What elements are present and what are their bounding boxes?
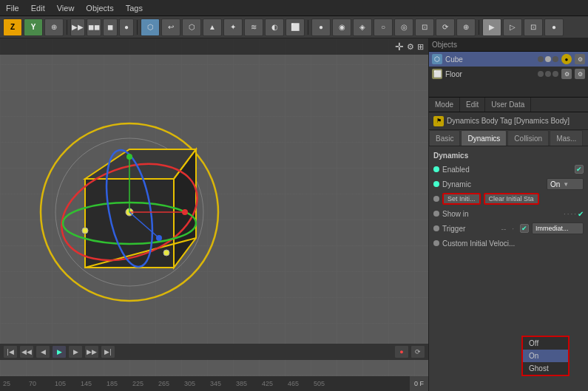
cube-options-btn[interactable]: ● bbox=[561, 54, 572, 64]
enabled-dot bbox=[433, 166, 439, 172]
dropdown-option-on[interactable]: On bbox=[523, 350, 568, 362]
tab-edit[interactable]: Edit bbox=[460, 98, 485, 112]
object-row-floor[interactable]: ⬜ Floor ⚙ ⚙ bbox=[429, 67, 588, 81]
inner-tabs: Basic Dynamics Collision Mas... bbox=[429, 130, 588, 146]
menu-edit[interactable]: Edit bbox=[25, 4, 51, 13]
toolbar-btn-5[interactable]: ● bbox=[311, 18, 331, 36]
tab-userdata[interactable]: User Data bbox=[485, 98, 531, 112]
floor-tag-btn[interactable]: ⚙ bbox=[561, 69, 572, 79]
play-btn[interactable]: ▶ bbox=[52, 345, 67, 358]
properties-title: ⚑ Dynamics Body Tag [Dynamics Body] bbox=[429, 112, 588, 130]
viewport-settings-icon[interactable]: ⚙ bbox=[407, 42, 414, 52]
toolbar-btn-z[interactable]: Z bbox=[3, 18, 22, 36]
main-layout: ✛ ⚙ ⊞ bbox=[0, 38, 588, 391]
cube-tag-btn[interactable]: ⚙ bbox=[575, 54, 585, 64]
toolbar-btn-1[interactable]: ▶▶ bbox=[70, 18, 85, 36]
tab-mode[interactable]: Mode bbox=[429, 98, 460, 112]
menu-file[interactable]: File bbox=[0, 4, 25, 13]
toolbar-btn-render2[interactable]: ▷ bbox=[503, 18, 522, 36]
trigger-label: Trigger bbox=[442, 225, 499, 233]
toolbar-btn-poly[interactable]: ⬡ bbox=[182, 18, 201, 36]
inner-tab-basic[interactable]: Basic bbox=[429, 130, 460, 146]
toolbar-btn-2[interactable]: ◼◼ bbox=[87, 18, 101, 36]
menu-objects[interactable]: Objects bbox=[80, 4, 119, 13]
ruler-265: 265 bbox=[158, 380, 184, 387]
custom-velocity-label: Custom Initial Veloci... bbox=[442, 239, 584, 248]
frame-indicator: 0 F bbox=[410, 376, 428, 391]
properties-title-text: Dynamics Body Tag [Dynamics Body] bbox=[447, 117, 570, 125]
floor-name: Floor bbox=[445, 70, 535, 78]
toolbar-btn-9[interactable]: ◎ bbox=[394, 18, 413, 36]
toolbar-btn-deform[interactable]: ✦ bbox=[223, 18, 243, 36]
loop-btn[interactable]: ⟳ bbox=[410, 345, 425, 358]
ruler-25: 25 bbox=[3, 380, 29, 387]
menu-tags[interactable]: Tags bbox=[120, 4, 149, 13]
toolbar-btn-3[interactable]: ◼ bbox=[103, 18, 118, 36]
set-initial-button[interactable]: Set Initi... bbox=[442, 193, 481, 205]
dynamic-dot bbox=[433, 181, 439, 187]
trigger-mode-value: Immediat... bbox=[535, 225, 569, 232]
toolbar-btn-camera[interactable]: ◐ bbox=[265, 18, 284, 36]
record-btn[interactable]: ● bbox=[394, 345, 409, 358]
show-in-row: Show in · · · · ✔ bbox=[429, 206, 588, 221]
trigger-dots: · bbox=[512, 225, 514, 233]
toolbar-btn-8[interactable]: ○ bbox=[374, 18, 393, 36]
cube-vis bbox=[538, 56, 558, 62]
toolbar-btn-anim[interactable]: ● bbox=[544, 18, 564, 36]
toolbar-btn-render3[interactable]: ⊡ bbox=[524, 18, 543, 36]
toolbar-btn-y[interactable]: Y bbox=[24, 18, 43, 36]
viewport-grid-icon[interactable]: ⊞ bbox=[417, 42, 424, 52]
toolbar-btn-render[interactable]: ▶ bbox=[482, 18, 501, 36]
play-prev-frame-btn[interactable]: ◀ bbox=[36, 345, 50, 358]
dynamic-dropdown[interactable]: On ▼ bbox=[547, 178, 584, 190]
clear-initial-button[interactable]: Clear Initial Sta bbox=[484, 193, 539, 205]
play-start-btn[interactable]: |◀ bbox=[3, 345, 18, 358]
toolbar-btn-light[interactable]: ⬜ bbox=[285, 18, 305, 36]
toolbar-btn-11[interactable]: ⟳ bbox=[436, 18, 455, 36]
svg-point-18 bbox=[156, 235, 162, 241]
show-in-d4: · bbox=[574, 210, 576, 218]
play-next-frame-btn[interactable]: ▶ bbox=[68, 345, 83, 358]
toolbar-btn-snap[interactable]: ⊕ bbox=[44, 18, 64, 36]
trigger-check[interactable]: ✔ bbox=[520, 224, 529, 233]
trigger-dot bbox=[433, 225, 439, 231]
object-list-header: Objects bbox=[429, 38, 588, 52]
floor-vis-2 bbox=[545, 71, 551, 77]
toolbar-btn-scene[interactable]: ≋ bbox=[244, 18, 263, 36]
ruler-425: 425 bbox=[262, 380, 288, 387]
toolbar-btn-7[interactable]: ◈ bbox=[353, 18, 372, 36]
inner-tab-dynamics[interactable]: Dynamics bbox=[461, 130, 507, 146]
trigger-mode-dropdown[interactable]: Immediat... bbox=[532, 222, 584, 234]
vis-dot-3 bbox=[552, 56, 558, 62]
dynamic-label: Dynamic bbox=[442, 180, 544, 188]
object-list: Objects ⬡ Cube ● ⚙ ⬜ Floor bbox=[429, 38, 588, 98]
toolbar-btn-12[interactable]: ⊕ bbox=[456, 18, 476, 36]
toolbar-btn-gen[interactable]: ▲ bbox=[203, 18, 222, 36]
ruler-505: 505 bbox=[314, 380, 339, 387]
floor-options-btn[interactable]: ⚙ bbox=[575, 69, 585, 79]
toolbar-btn-cube[interactable]: ⬡ bbox=[141, 18, 160, 36]
dynamics-dropdown-popup: Off On Ghost bbox=[521, 336, 570, 376]
floor-vis bbox=[538, 71, 558, 77]
sep2 bbox=[137, 20, 138, 35]
object-row-cube[interactable]: ⬡ Cube ● ⚙ bbox=[429, 52, 588, 67]
toolbar: Z Y ⊕ ▶▶ ◼◼ ◼ ● ⬡ ↩ ⬡ ▲ ✦ ≋ ◐ ⬜ ● ◉ ◈ ○ … bbox=[0, 16, 588, 38]
toolbar-btn-curve[interactable]: ↩ bbox=[161, 18, 180, 36]
dynamics-content: Dynamics Enabled ✔ Dynamic On ▼ bbox=[429, 146, 588, 391]
dropdown-option-ghost[interactable]: Ghost bbox=[523, 362, 568, 375]
cube-3d bbox=[30, 83, 237, 312]
right-panel: Objects ⬡ Cube ● ⚙ ⬜ Floor bbox=[429, 38, 588, 391]
toolbar-btn-10[interactable]: ⊡ bbox=[415, 18, 434, 36]
toolbar-btn-6[interactable]: ◉ bbox=[332, 18, 351, 36]
toolbar-btn-4[interactable]: ● bbox=[119, 18, 134, 36]
inner-tab-mas[interactable]: Mas... bbox=[550, 130, 583, 146]
play-end-btn[interactable]: ▶| bbox=[101, 345, 115, 358]
play-prev-btn[interactable]: ◀◀ bbox=[19, 345, 34, 358]
dropdown-option-off[interactable]: Off bbox=[523, 337, 568, 350]
inner-tab-collision[interactable]: Collision bbox=[507, 130, 549, 146]
enabled-check[interactable]: ✔ bbox=[575, 165, 584, 174]
viewport-move-icon[interactable]: ✛ bbox=[395, 41, 404, 52]
menu-view[interactable]: View bbox=[51, 4, 81, 13]
set-initial-row: Set Initi... Clear Initial Sta bbox=[429, 191, 588, 206]
play-next-btn[interactable]: ▶▶ bbox=[84, 345, 99, 358]
